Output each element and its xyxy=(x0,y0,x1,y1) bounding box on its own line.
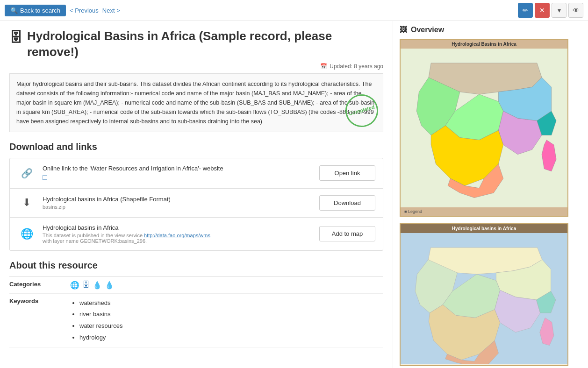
globe-icon: 🌐 xyxy=(17,228,36,240)
category-icon-3[interactable]: 💧 xyxy=(93,281,102,290)
link-chain-icon: 🔗 xyxy=(17,168,36,179)
calendar-icon: 📅 xyxy=(320,63,327,70)
download-button[interactable]: Download xyxy=(319,195,375,211)
image-icon: 🖼 xyxy=(400,26,407,34)
more-options-button[interactable]: ▾ xyxy=(552,3,566,18)
keyword-item: river basins xyxy=(79,309,383,320)
next-button[interactable]: Next > xyxy=(102,7,120,14)
link-row-wms: 🌐 Hydrological basins in Africa This dat… xyxy=(10,218,383,250)
link-row-download: ⬇ Hydrological basins in Africa (Shapefi… xyxy=(10,189,383,218)
map1-bottom-bar: ■ Legend xyxy=(401,207,567,216)
toolbar-right: ✏ ✕ ▾ 👁 xyxy=(518,3,583,18)
map2-title-bar: Hydrological basins in Africa xyxy=(401,224,567,233)
map1-container xyxy=(401,49,567,207)
download-section-title: Download and links xyxy=(9,142,383,152)
link-wms-text: Hydrological basins in Africa This datas… xyxy=(43,224,313,244)
about-section: About this resource Categories 🌐 🗄 💧 💧 xyxy=(9,260,383,348)
map2-svg xyxy=(401,233,567,364)
link-download-text: Hydrological basins in Africa (Shapefile… xyxy=(43,196,313,210)
preview-button[interactable]: 👁 xyxy=(568,3,583,18)
description-text: Major hydrological basins and their sub-… xyxy=(16,81,374,125)
page-title: Hydrological Basins in Africa (Sample re… xyxy=(27,28,383,60)
back-to-search-button[interactable]: 🔍 Back to search xyxy=(5,5,66,16)
add-to-map-button[interactable]: Add to map xyxy=(319,226,375,241)
svg-marker-8 xyxy=(542,140,556,171)
map-thumbnail-1: Hydrological Basins in Africa xyxy=(400,39,568,217)
map-thumbnail-2: Hydrological basins in Africa xyxy=(400,223,568,366)
keywords-value: watersheds river basins water resources … xyxy=(70,297,383,344)
link-wms-sub: This dataset is published in the view se… xyxy=(43,233,313,244)
link-website-title: Online link to the 'Water Resources and … xyxy=(43,165,313,172)
about-row-categories: Categories 🌐 🗄 💧 💧 xyxy=(9,277,383,294)
map2-container xyxy=(401,233,567,365)
delete-button[interactable]: ✕ xyxy=(535,3,550,18)
database-icon: 🗄 xyxy=(9,29,22,46)
previous-button[interactable]: < Previous xyxy=(70,7,99,14)
categories-value: 🌐 🗄 💧 💧 xyxy=(70,281,383,290)
link-website-text: Online link to the 'Water Resources and … xyxy=(43,165,313,182)
map1-svg xyxy=(401,49,567,207)
links-table: 🔗 Online link to the 'Water Resources an… xyxy=(9,158,383,251)
keyword-item: water resources xyxy=(79,320,383,332)
svg-marker-17 xyxy=(540,318,554,345)
wms-link[interactable]: http://data.fao.org/maps/wms xyxy=(144,233,210,238)
about-table: Categories 🌐 🗄 💧 💧 Keywords xyxy=(9,276,383,348)
map1-title-bar: Hydrological Basins in Africa xyxy=(401,40,567,49)
link-row-website: 🔗 Online link to the 'Water Resources an… xyxy=(10,158,383,189)
sidebar-area: 🖼 Overview Hydrological Basins in Africa xyxy=(393,21,575,368)
keyword-item: hydrology xyxy=(79,332,383,344)
link-download-sub: basins.zip xyxy=(43,204,313,210)
categories-label: Categories xyxy=(9,281,70,290)
about-section-title: About this resource xyxy=(9,260,383,271)
overview-title: 🖼 Overview xyxy=(400,26,568,34)
link-wms-title: Hydrological basins in Africa xyxy=(43,224,313,231)
download-icon: ⬇ xyxy=(17,197,36,209)
link-expand-toggle[interactable]: □ xyxy=(43,173,313,182)
updated-text: Updated: 8 years ago xyxy=(330,63,383,70)
map1-legend: ■ Legend xyxy=(404,209,422,214)
wms-layer: with layer name GEONETWORK:basins_296. xyxy=(43,238,147,244)
open-link-button[interactable]: Open link xyxy=(319,165,375,181)
keyword-item: watersheds xyxy=(79,297,383,309)
description-box: Major hydrological basins and their sub-… xyxy=(9,73,383,132)
top-navigation: 🔍 Back to search < Previous Next > ✏ ✕ ▾… xyxy=(0,0,588,21)
wms-description: This dataset is published in the view se… xyxy=(43,233,143,238)
page-title-container: 🗄 Hydrological Basins in Africa (Sample … xyxy=(9,28,383,60)
category-icons: 🌐 🗄 💧 💧 xyxy=(70,281,383,290)
keywords-label: Keywords xyxy=(9,297,70,344)
about-row-keywords: Keywords watersheds river basins water r… xyxy=(9,294,383,348)
keywords-list: watersheds river basins water resources … xyxy=(70,297,383,344)
search-icon: 🔍 xyxy=(10,7,18,14)
category-icon-1[interactable]: 🌐 xyxy=(70,281,79,290)
main-layout: 🗄 Hydrological Basins in Africa (Sample … xyxy=(0,21,588,368)
updated-info: 📅 Updated: 8 years ago xyxy=(9,63,383,70)
category-icon-4[interactable]: 💧 xyxy=(105,281,114,290)
edit-button[interactable]: ✏ xyxy=(518,3,533,18)
download-section: Download and links 🔗 Online link to the … xyxy=(9,142,383,251)
content-area: 🗄 Hydrological Basins in Africa (Sample … xyxy=(0,21,393,368)
category-icon-2[interactable]: 🗄 xyxy=(82,281,90,289)
link-download-title: Hydrological basins in Africa (Shapefile… xyxy=(43,196,313,203)
